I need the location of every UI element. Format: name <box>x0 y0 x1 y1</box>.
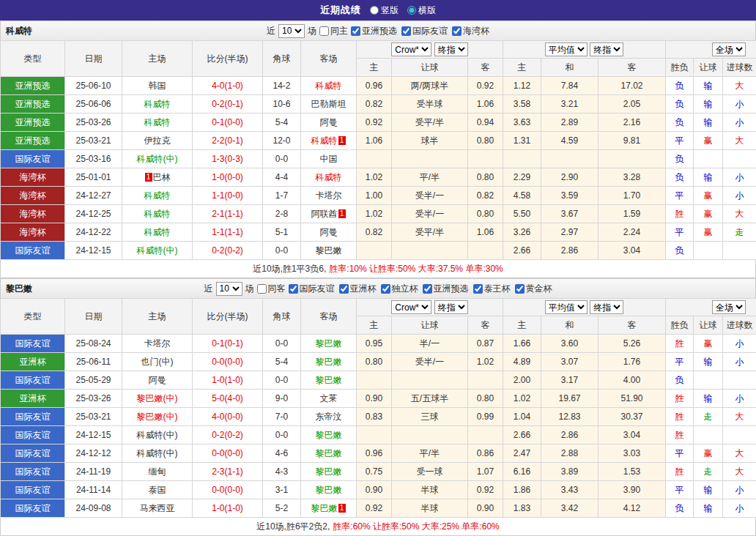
league-filter[interactable]: 黄金杯 <box>515 283 552 295</box>
scope-select[interactable]: 全场 <box>712 300 746 314</box>
match-row: 国际友谊25-05-29阿曼1-0(1-0)0-0黎巴嫩2.003.174.00… <box>1 371 756 390</box>
match-type: 亚洲预选 <box>1 113 65 132</box>
match-date: 25-03-26 <box>65 390 122 408</box>
league-checkbox[interactable] <box>351 26 360 36</box>
match-score: 0-1(0-0) <box>193 113 263 132</box>
odds-away: 0.99 <box>468 408 503 426</box>
summary-text: 近10场,胜1平3负6, <box>253 263 326 275</box>
odds-home: 0.92 <box>357 499 392 518</box>
league-checkbox[interactable] <box>515 284 525 294</box>
team-text: 科威特 <box>316 81 342 91</box>
scope-select[interactable]: 全场 <box>712 42 746 56</box>
league-checkbox[interactable] <box>381 284 390 294</box>
avg-draw: 3.89 <box>541 463 598 481</box>
match-count-select[interactable]: 10 <box>216 282 242 296</box>
col-corner: 角球 <box>263 299 301 335</box>
same-venue-filter[interactable]: 同客 <box>257 283 286 295</box>
final-index-select[interactable]: 终指 <box>590 42 623 56</box>
league-label: 亚洲杯 <box>350 283 377 295</box>
league-filter[interactable]: 国际友谊 <box>401 25 448 37</box>
odds-away <box>468 242 503 260</box>
league-checkbox[interactable] <box>452 26 462 36</box>
league-filter[interactable]: 独立杯 <box>381 283 418 295</box>
match-type: 国际友谊 <box>1 242 65 260</box>
goals-result: 大 <box>723 132 756 150</box>
vertical-layout-radio[interactable] <box>370 6 379 15</box>
col-goals: 进球数 <box>723 316 756 335</box>
league-checkbox[interactable] <box>339 284 349 294</box>
final-index-select[interactable]: 终指 <box>434 300 468 314</box>
match-type: 国际友谊 <box>1 481 65 499</box>
match-row: 海湾杯24-12-22科威特1-1(1-1)5-1阿曼0.82受平/半1.063… <box>1 223 756 242</box>
match-row: 国际友谊24-12-15科威特(中)0-2(0-2)0-0黎巴嫩2.662.86… <box>1 242 756 260</box>
odds-home: 0.96 <box>357 77 392 95</box>
match-type: 国际友谊 <box>1 371 65 390</box>
bookmaker-select[interactable]: Crow* <box>391 42 431 56</box>
result: 平 <box>666 223 694 242</box>
home-team: 伊拉克 <box>122 132 193 150</box>
league-checkbox[interactable] <box>401 26 411 36</box>
col-corner: 角球 <box>263 41 301 77</box>
league-label: 泰王杯 <box>484 283 511 295</box>
result: 胜 <box>666 335 694 353</box>
team-text: 科威特(中) <box>137 448 178 458</box>
final-index-select[interactable]: 终指 <box>434 42 468 56</box>
corner-score: 5-4 <box>263 353 301 371</box>
avg-draw: 2.97 <box>541 223 598 242</box>
same-venue-filter[interactable]: 同主 <box>319 25 348 37</box>
goals-result: 大 <box>723 205 756 223</box>
match-date: 25-06-11 <box>65 353 122 371</box>
league-filter[interactable]: 亚洲预选 <box>351 25 397 37</box>
odds-home: 0.90 <box>357 481 392 499</box>
handicap-odds-header: Crow* 终指 <box>357 299 503 316</box>
same-venue-checkbox[interactable] <box>257 284 267 294</box>
match-type: 海湾杯 <box>1 223 65 242</box>
league-filters: 亚洲预选国际友谊海湾杯 <box>351 25 489 37</box>
league-checkbox[interactable] <box>289 284 298 294</box>
home-team: 也门(中) <box>122 353 193 371</box>
horizontal-layout-radio[interactable] <box>407 6 416 15</box>
odds-home: 0.75 <box>357 463 392 481</box>
match-row: 国际友谊24-12-15科威特(中)0-2(0-2)0-0黎巴嫩2.662.86… <box>1 426 756 444</box>
match-row: 国际友谊25-03-16科威特(中)1-3(0-3)0-0中国负 <box>1 150 756 168</box>
league-filter[interactable]: 海湾杯 <box>452 25 489 37</box>
bookmaker-select[interactable]: Crow* <box>391 300 431 314</box>
league-checkbox[interactable] <box>423 284 432 294</box>
layout-horizontal-option[interactable]: 横版 <box>407 4 436 17</box>
home-team: 马来西亚 <box>122 499 193 518</box>
odds-home <box>357 371 392 390</box>
summary-rates: 胜率:10% 让胜率:50% 大率:37.5% 单率:30% <box>329 263 503 275</box>
col-avg-draw: 和 <box>541 316 598 335</box>
league-checkbox[interactable] <box>473 284 483 294</box>
team-text: 缅甸 <box>149 466 166 477</box>
avg-away: 1.70 <box>598 187 666 205</box>
handicap-result: 赢 <box>694 335 723 353</box>
odds-handicap: 半球 <box>392 481 468 499</box>
average-select[interactable]: 平均值 <box>545 300 588 314</box>
avg-draw: 3.17 <box>541 371 598 390</box>
home-team: 黎巴嫩(中) <box>122 390 193 408</box>
games-label: 场 <box>245 283 254 295</box>
league-filter[interactable]: 国际友谊 <box>289 283 335 295</box>
league-filter[interactable]: 亚洲杯 <box>339 283 377 295</box>
avg-away: 5.26 <box>598 335 666 353</box>
result: 负 <box>666 77 694 95</box>
record-summary: 近10场,胜1平3负6, 胜率:10% 让胜率:50% 大率:37.5% 单率:… <box>0 260 756 278</box>
match-count-select[interactable]: 10 <box>278 24 305 38</box>
avg-home: 1.04 <box>503 408 541 426</box>
team-section: 黎巴嫩 近 10 场 同客 国际友谊亚洲杯独立杯亚洲预选泰王杯黄金杯 类型 日期… <box>0 278 756 536</box>
handicap-result: 赢 <box>694 444 723 463</box>
layout-vertical-option[interactable]: 竖版 <box>370 4 399 17</box>
avg-away: 3.28 <box>598 168 666 187</box>
same-venue-checkbox[interactable] <box>319 26 329 36</box>
average-select[interactable]: 平均值 <box>545 42 588 56</box>
odds-handicap: 受半/一 <box>392 205 468 223</box>
league-filter[interactable]: 泰王杯 <box>473 283 511 295</box>
match-row: 国际友谊25-08-24卡塔尔0-1(0-1)0-0黎巴嫩0.95半/一0.87… <box>1 335 756 353</box>
odds-away: 1.07 <box>468 463 503 481</box>
home-team: 科威特 <box>122 95 193 113</box>
league-label: 国际友谊 <box>412 25 448 37</box>
final-index-select[interactable]: 终指 <box>590 300 623 314</box>
league-filter[interactable]: 亚洲预选 <box>423 283 469 295</box>
team-section: 科威特 近 10 场 同主 亚洲预选国际友谊海湾杯 类型 日期 主场 比分(半场… <box>0 21 756 278</box>
